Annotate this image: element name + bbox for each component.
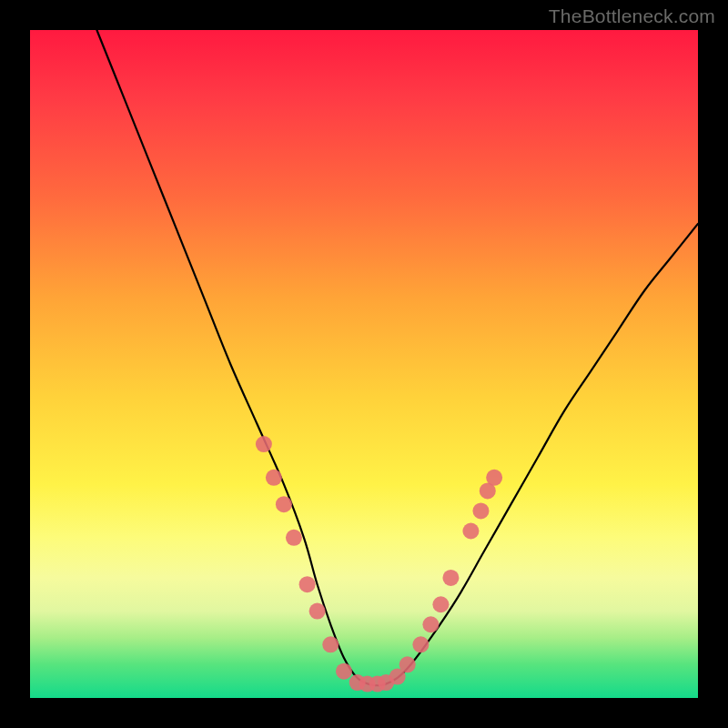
- highlight-points-group: [256, 436, 502, 693]
- highlight-point: [412, 636, 429, 652]
- highlight-point: [399, 656, 416, 672]
- highlight-point: [276, 496, 292, 512]
- highlight-point: [336, 663, 352, 680]
- highlight-point: [486, 470, 502, 486]
- highlight-point: [299, 576, 316, 592]
- highlight-point: [422, 616, 439, 632]
- highlight-point: [309, 603, 326, 620]
- highlight-point: [266, 470, 282, 486]
- highlight-point: [256, 436, 272, 452]
- chart-stage: TheBottleneck.com: [0, 0, 728, 728]
- highlight-point: [322, 636, 339, 652]
- watermark-text: TheBottleneck.com: [549, 5, 715, 27]
- highlight-point: [472, 502, 489, 519]
- highlight-point: [432, 596, 449, 612]
- chart-svg: [30, 30, 698, 698]
- highlight-point: [286, 530, 302, 546]
- highlight-point: [462, 523, 479, 540]
- highlight-point: [442, 570, 459, 586]
- bottleneck-curve: [96, 30, 698, 685]
